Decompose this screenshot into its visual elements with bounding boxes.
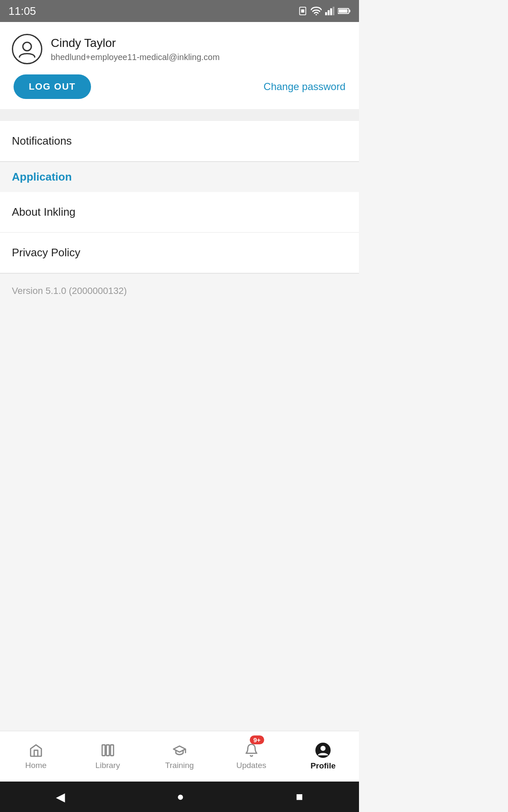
avatar xyxy=(12,34,42,64)
status-bar: 11:05 xyxy=(0,0,359,22)
main-content: Cindy Taylor bhedlund+employee11-medical… xyxy=(0,22,359,731)
sim-icon xyxy=(298,6,307,16)
svg-rect-3 xyxy=(325,12,327,15)
svg-rect-13 xyxy=(110,745,113,756)
android-recents-button[interactable]: ■ xyxy=(296,790,303,804)
notifications-menu-item[interactable]: Notifications xyxy=(0,121,359,162)
profile-section: Cindy Taylor bhedlund+employee11-medical… xyxy=(0,22,359,109)
library-icon xyxy=(100,743,115,757)
android-back-button[interactable]: ◀ xyxy=(56,790,65,804)
version-section: Version 5.1.0 (2000000132) xyxy=(0,274,359,308)
profile-info: Cindy Taylor bhedlund+employee11-medical… xyxy=(12,34,347,64)
wifi-icon xyxy=(311,6,322,16)
nav-label-home: Home xyxy=(25,761,47,770)
svg-rect-8 xyxy=(349,10,351,12)
home-icon xyxy=(29,743,43,757)
battery-icon xyxy=(338,7,351,15)
profile-icon xyxy=(315,743,331,758)
nav-label-updates: Updates xyxy=(236,761,266,770)
updates-bell-icon xyxy=(244,743,259,757)
nav-item-updates[interactable]: 9+ Updates xyxy=(215,731,287,782)
profile-email: bhedlund+employee11-medical@inkling.com xyxy=(51,52,220,62)
profile-text: Cindy Taylor bhedlund+employee11-medical… xyxy=(51,36,220,62)
android-home-button[interactable]: ● xyxy=(177,790,184,804)
svg-point-2 xyxy=(315,14,317,15)
updates-badge: 9+ xyxy=(250,735,264,744)
svg-point-10 xyxy=(23,42,31,51)
nav-item-library[interactable]: Library xyxy=(72,731,144,782)
version-text: Version 5.1.0 (2000000132) xyxy=(12,285,127,296)
svg-rect-11 xyxy=(102,745,105,756)
application-section-header: Application xyxy=(0,162,359,192)
svg-rect-1 xyxy=(301,9,304,12)
status-time: 11:05 xyxy=(8,5,36,18)
section-gap-1 xyxy=(0,109,359,121)
svg-rect-12 xyxy=(107,745,110,756)
privacy-menu-item[interactable]: Privacy Policy xyxy=(0,233,359,273)
content-spacer xyxy=(0,308,359,731)
svg-point-15 xyxy=(320,746,326,751)
svg-rect-6 xyxy=(333,7,334,15)
svg-rect-4 xyxy=(328,10,330,15)
bottom-nav: Home Library Training 9+ Updates Profile xyxy=(0,731,359,782)
nav-item-training[interactable]: Training xyxy=(144,731,215,782)
svg-rect-9 xyxy=(339,9,348,13)
change-password-link[interactable]: Change password xyxy=(264,81,345,93)
svg-rect-5 xyxy=(330,8,332,16)
logout-button[interactable]: LOG OUT xyxy=(14,74,91,99)
about-menu-item[interactable]: About Inkling xyxy=(0,192,359,233)
profile-name: Cindy Taylor xyxy=(51,36,220,50)
android-nav-bar: ◀ ● ■ xyxy=(0,782,359,812)
training-icon xyxy=(172,743,187,757)
nav-item-home[interactable]: Home xyxy=(0,731,72,782)
profile-actions: LOG OUT Change password xyxy=(12,74,347,99)
status-icons xyxy=(298,6,351,16)
nav-label-profile: Profile xyxy=(311,761,336,771)
signal-icon xyxy=(325,6,334,16)
nav-label-training: Training xyxy=(165,761,194,770)
nav-label-library: Library xyxy=(95,761,120,770)
nav-item-profile[interactable]: Profile xyxy=(287,731,359,782)
